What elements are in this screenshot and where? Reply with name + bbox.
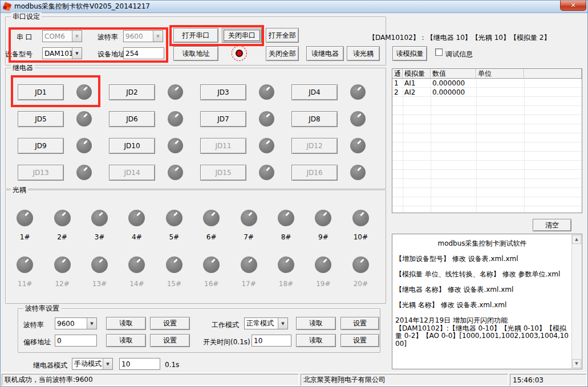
relay-mode-time-input[interactable]: 10 <box>119 358 160 370</box>
table-gridline <box>476 79 477 213</box>
scroll-up-icon[interactable]: ▲ <box>572 235 581 244</box>
knob-dash-icon <box>266 113 271 117</box>
knob-dash-icon <box>175 113 180 117</box>
relay-cell: JD11 <box>196 132 287 159</box>
relay-cell: JD12 <box>287 132 378 159</box>
title-bar[interactable]: modbus采集控制卡软件V0205_20141217 <box>1 1 587 13</box>
relay-button[interactable]: JD4 <box>291 84 338 100</box>
relay-button[interactable]: JD9 <box>18 138 64 154</box>
knob-dash-icon <box>62 212 66 217</box>
close-port-button[interactable]: 关闭串口 <box>222 28 262 43</box>
log-line: 【模拟量 单位、线性转换、名称】 修改 参数单位.xml <box>395 271 569 279</box>
close-button[interactable]: ✕ <box>560 1 586 11</box>
switch-time-input[interactable]: 10 <box>252 335 291 347</box>
relay-grid: JD1 JD2 JD3 JD4 JD5 <box>13 79 378 186</box>
knob-dash-icon <box>248 259 253 263</box>
opto-channel-label: 15# <box>167 280 181 288</box>
opto-channel-label: 18# <box>279 280 293 288</box>
relay-mode-combobox[interactable]: 手动模式 ▼ <box>72 358 113 370</box>
relay-button[interactable]: JD2 <box>109 84 155 100</box>
model-combobox[interactable]: DAM10102 ▼ <box>42 47 82 59</box>
relay-button[interactable]: JD7 <box>200 111 246 127</box>
col-header-analog: 模拟量 <box>403 69 431 78</box>
read-relay-button[interactable]: 读继电器 <box>306 46 344 61</box>
log-line: 【光耦 名称】 修改 设备表.xml.xml <box>395 302 569 309</box>
clear-log-button[interactable]: 清空 <box>533 219 571 231</box>
opto-channel-label: 12# <box>55 280 69 288</box>
opto-cell: 9# <box>305 207 342 254</box>
knob-dash-icon <box>84 166 88 171</box>
baud-read-button[interactable]: 读取 <box>106 317 146 330</box>
work-mode-read-button[interactable]: 读取 <box>296 317 336 330</box>
open-all-button[interactable]: 打开全部 <box>266 28 299 43</box>
switch-time-set-button[interactable]: 设置 <box>340 334 379 347</box>
log-scrollbar[interactable]: ▲ ▼ <box>571 235 581 368</box>
offset-set-button[interactable]: 设置 <box>150 334 190 347</box>
opto-knob-indicator <box>166 256 183 273</box>
col-header-unit: 单位 <box>476 69 524 78</box>
work-mode-set-button[interactable]: 设置 <box>340 317 379 330</box>
opto-channel-label: 16# <box>204 280 218 288</box>
relay-button[interactable]: JD8 <box>291 111 338 127</box>
window-title: modbus采集控制卡软件V0205_20141217 <box>14 2 150 11</box>
opto-knob-indicator <box>54 210 71 226</box>
knob-dash-icon <box>211 259 216 263</box>
led-icon <box>236 50 243 57</box>
close-all-button[interactable]: 关闭全部 <box>266 46 299 61</box>
open-port-button[interactable]: 打开串口 <box>173 28 218 43</box>
opto-cell: 19# <box>305 254 342 300</box>
opto-channel-label: 14# <box>129 280 144 288</box>
scroll-down-icon[interactable]: ▼ <box>572 359 581 368</box>
switch-time-read-button[interactable]: 读取 <box>296 334 336 347</box>
model-value: DAM10102 <box>43 50 72 58</box>
relay-button[interactable]: JD3 <box>200 84 246 100</box>
status-company: 北京聚英翱翔电子有限公司 <box>301 374 508 386</box>
log-line: 【继电器 名称】 修改 设备表.xml.xml <box>395 286 569 294</box>
opto-channel-label: 3# <box>95 233 105 241</box>
opto-knob-indicator <box>128 210 145 226</box>
chevron-down-icon: ▼ <box>103 359 112 369</box>
baudrate-combobox[interactable]: 9600 ▼ <box>55 317 97 329</box>
opto-cell: 6# <box>193 207 230 254</box>
knob-dash-icon <box>99 259 103 263</box>
knob-dash-icon <box>136 212 141 217</box>
cell-unit <box>476 88 524 97</box>
offset-input[interactable]: 0 <box>55 335 97 347</box>
opto-knob-indicator <box>352 256 369 273</box>
debug-info-checkbox[interactable] <box>435 48 443 56</box>
offset-read-button[interactable]: 读取 <box>106 334 146 347</box>
work-mode-combobox[interactable]: 正常模式 ▼ <box>244 317 288 329</box>
opto-knob-indicator <box>17 210 33 226</box>
opto-cell: 17# <box>230 254 267 300</box>
read-address-button[interactable]: 读取地址 <box>173 46 218 61</box>
opto-cell: 4# <box>118 207 155 254</box>
knob-dash-icon <box>173 259 178 263</box>
knob-dash-icon <box>84 140 88 144</box>
relay-button[interactable]: JD5 <box>18 111 64 127</box>
app-icon <box>2 2 12 11</box>
table-row[interactable]: 2 AI2 0.000000 <box>392 88 582 97</box>
baud-set-button[interactable]: 设置 <box>150 317 190 330</box>
opto-cell: 11# <box>6 254 43 300</box>
device-address-input[interactable]: 254 <box>123 47 164 59</box>
status-time: 15:46:03 <box>510 374 587 386</box>
opto-knob-indicator <box>203 256 220 273</box>
baud-group-title: 波特率设置 <box>23 304 61 312</box>
opto-channel-label: 13# <box>92 280 107 288</box>
relay-button[interactable]: JD6 <box>109 111 155 127</box>
knob-dash-icon <box>84 86 88 91</box>
cell-channel: 1 <box>392 79 403 88</box>
port-label: 串 口 <box>17 32 33 42</box>
knob-dash-icon <box>360 259 364 263</box>
relay-button[interactable]: JD10 <box>109 138 155 154</box>
knob-dash-icon <box>99 212 103 217</box>
table-gridline <box>524 79 525 213</box>
knob-dash-icon <box>323 212 327 217</box>
read-opto-button[interactable]: 读光耦 <box>347 46 380 61</box>
relay-button[interactable]: JD1 <box>18 84 64 100</box>
opto-channel-label: 11# <box>18 280 32 288</box>
read-analog-button[interactable]: 读模拟量 <box>392 46 427 61</box>
log-line <box>395 248 569 256</box>
knob-dash-icon <box>285 259 290 263</box>
table-row[interactable]: 1 AI1 0.000000 <box>392 79 582 88</box>
